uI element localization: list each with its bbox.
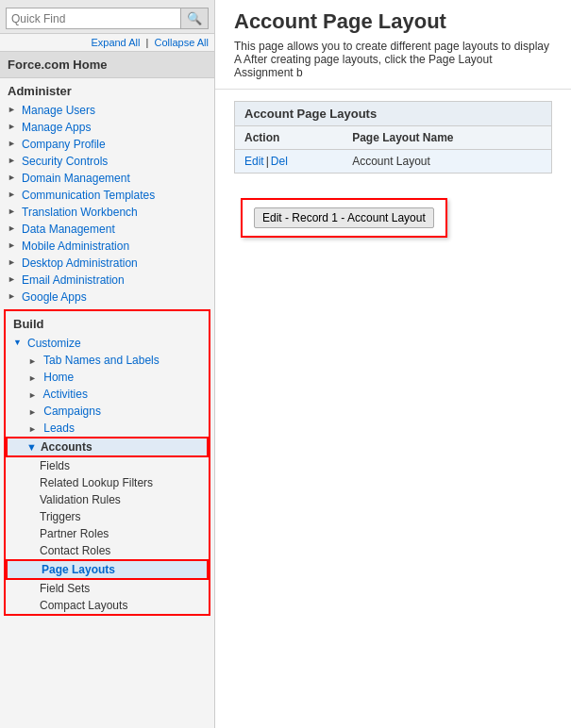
leads-link[interactable]: Leads [43,422,75,435]
sidebar-item-accounts[interactable]: ▼ Accounts [6,437,209,457]
fields-link[interactable]: Fields [40,459,70,472]
email-administration-label[interactable]: Email Administration [22,273,125,287]
sidebar-item-company-profile[interactable]: ► Company Profile [0,136,214,153]
force-home-header: Force.com Home [0,51,214,78]
section-header: Account Page Layouts [235,102,551,126]
tri-icon: ► [8,156,19,167]
security-controls-label[interactable]: Security Controls [22,155,108,168]
tri-icon: ► [8,240,19,252]
quick-find-button[interactable]: 🔍 [180,8,208,28]
tri-icon: ► [8,105,19,116]
sidebar-item-manage-users[interactable]: ► Manage Users [0,102,214,119]
page-title: Account Page Layout [234,9,552,34]
main-content: Account Page Layout This page allows you… [215,0,571,728]
translation-workbench-label[interactable]: Translation Workbench [22,206,138,219]
sidebar-item-fields[interactable]: Fields [6,457,209,474]
page-title-area: Account Page Layout This page allows you… [215,0,571,90]
tab-names-link[interactable]: Tab Names and Labels [43,354,160,367]
account-page-layouts-section: Account Page Layouts Action Page Layout … [234,101,552,174]
sidebar-item-manage-apps[interactable]: ► Manage Apps [0,119,214,136]
manage-apps-label[interactable]: Manage Apps [22,121,91,134]
tri-icon: ► [8,274,19,286]
accounts-expand-icon: ▼ [26,441,37,453]
field-sets-link[interactable]: Field Sets [40,582,90,595]
tri-icon: ► [8,139,19,150]
expand-collapse-bar: Expand All | Collapse All [0,34,214,51]
admin-nav: ► Manage Users ► Manage Apps ► Company P… [0,102,214,306]
campaigns-link[interactable]: Campaigns [43,405,101,418]
sidebar-item-home[interactable]: ► Home [6,369,209,386]
tri-icon: ▼ [13,338,25,349]
sidebar: 🔍 Expand All | Collapse All Force.com Ho… [0,0,215,728]
sidebar-item-validation-rules[interactable]: Validation Rules [6,491,209,508]
layouts-table: Action Page Layout Name Edit|Del Account… [235,126,551,173]
sidebar-item-leads[interactable]: ► Leads [6,420,209,437]
action-cell: Edit|Del [235,150,343,174]
quick-find-input[interactable] [7,9,180,28]
tri-icon: ► [8,122,19,133]
page-layout-name-column-header: Page Layout Name [343,126,551,150]
build-header: Build [6,311,209,335]
communication-templates-label[interactable]: Communication Templates [22,189,155,202]
google-apps-label[interactable]: Google Apps [22,290,87,304]
tri-icon: ► [8,291,19,303]
triggers-link[interactable]: Triggers [40,510,81,523]
validation-rules-link[interactable]: Validation Rules [40,493,121,506]
edit-record-button[interactable]: Edit - Record 1 - Account Layout [254,207,434,228]
sidebar-item-email-administration[interactable]: ► Email Administration [0,272,214,289]
tri-icon: ► [8,173,19,184]
sidebar-item-data-management[interactable]: ► Data Management [0,221,214,238]
del-link[interactable]: Del [271,155,288,168]
sidebar-item-google-apps[interactable]: ► Google Apps [0,289,214,306]
expand-all-link[interactable]: Expand All [91,37,140,48]
contact-roles-link[interactable]: Contact Roles [40,544,110,557]
desktop-administration-label[interactable]: Desktop Administration [22,256,138,270]
sidebar-item-field-sets[interactable]: Field Sets [6,580,209,597]
edit-link[interactable]: Edit [244,155,264,168]
data-management-label[interactable]: Data Management [22,223,115,236]
tri-icon: ► [8,257,19,269]
table-header-row: Action Page Layout Name [235,126,551,150]
sidebar-item-communication-templates[interactable]: ► Communication Templates [0,187,214,204]
page-description: This page allows you to create different… [234,40,552,79]
build-section: Build ▼ Customize ► Tab Names and Labels… [4,309,210,616]
domain-management-label[interactable]: Domain Management [22,172,130,185]
related-lookup-filters-link[interactable]: Related Lookup Filters [40,476,153,489]
sidebar-item-translation-workbench[interactable]: ► Translation Workbench [0,204,214,221]
tri-icon: ► [8,190,19,201]
mobile-administration-label[interactable]: Mobile Administration [22,240,129,253]
table-row: Edit|Del Account Layout [235,150,551,174]
sidebar-item-contact-roles[interactable]: Contact Roles [6,542,209,559]
sidebar-item-activities[interactable]: ► Activities [6,386,209,403]
tri-icon: ► [8,207,19,218]
sidebar-item-page-layouts[interactable]: Page Layouts [6,559,209,580]
partner-roles-link[interactable]: Partner Roles [40,527,109,540]
customize-label[interactable]: Customize [27,337,81,350]
tri-icon: ► [8,223,19,235]
company-profile-label[interactable]: Company Profile [22,138,106,151]
collapse-all-link[interactable]: Collapse All [155,37,209,48]
sidebar-item-desktop-administration[interactable]: ► Desktop Administration [0,255,214,272]
sidebar-item-campaigns[interactable]: ► Campaigns [6,403,209,420]
sidebar-item-security-controls[interactable]: ► Security Controls [0,153,214,170]
activities-link[interactable]: Activities [43,388,88,401]
action-column-header: Action [235,126,343,150]
sidebar-item-triggers[interactable]: Triggers [6,508,209,525]
home-link[interactable]: Home [43,371,74,384]
sidebar-item-domain-management[interactable]: ► Domain Management [0,170,214,187]
compact-layouts-link[interactable]: Compact Layouts [40,599,127,612]
quick-find-wrapper: 🔍 [6,8,209,29]
sidebar-item-partner-roles[interactable]: Partner Roles [6,525,209,542]
expand-collapse-sep: | [146,37,149,48]
sidebar-item-customize[interactable]: ▼ Customize [6,335,209,352]
sidebar-item-mobile-administration[interactable]: ► Mobile Administration [0,238,214,255]
accounts-link[interactable]: Accounts [41,440,92,454]
sidebar-item-compact-layouts[interactable]: Compact Layouts [6,597,209,614]
page-layouts-link[interactable]: Page Layouts [42,563,115,576]
sidebar-item-tab-names[interactable]: ► Tab Names and Labels [6,352,209,369]
sidebar-item-related-lookup-filters[interactable]: Related Lookup Filters [6,474,209,491]
layout-name-cell: Account Layout [343,150,551,174]
action-sep: | [266,155,269,168]
administer-header: Administer [0,78,214,102]
manage-users-label[interactable]: Manage Users [22,104,95,117]
